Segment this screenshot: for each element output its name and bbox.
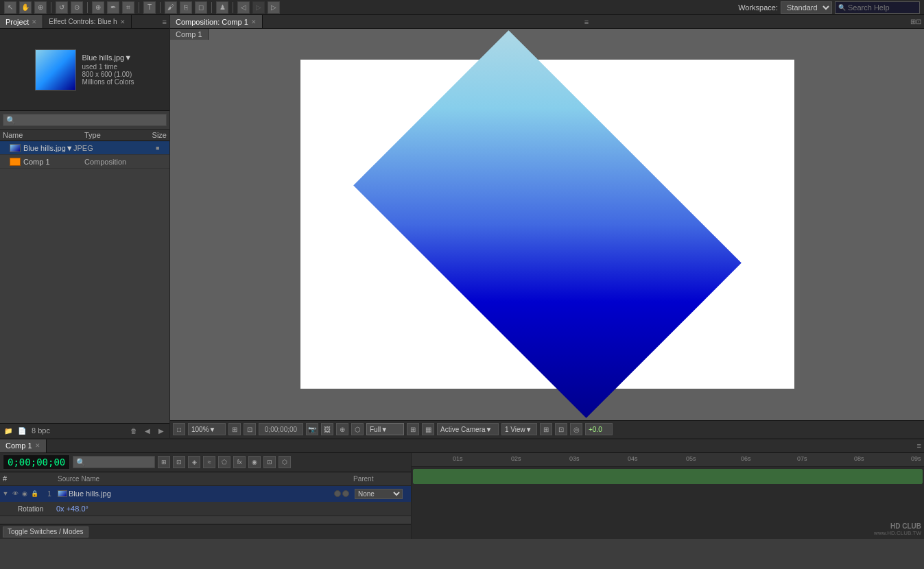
mask-feather-tool[interactable]: ⌗: [122, 1, 134, 14]
brush-tool[interactable]: 🖌: [165, 1, 177, 14]
list-item[interactable]: Comp 1 Composition: [0, 155, 169, 169]
comp-panel-menu-btn[interactable]: ≡: [582, 16, 591, 27]
project-tab-close[interactable]: ✕: [32, 19, 37, 25]
tl-btn-graph[interactable]: ≈: [203, 456, 215, 468]
layer-eye-btn[interactable]: 👁: [11, 489, 19, 498]
timeline-layer[interactable]: ▼ 👁 ◉ 🔒 1 Blue hills.jpg: [0, 486, 411, 503]
tab-timeline[interactable]: Comp 1 ✕: [0, 439, 47, 452]
comp-tab-close[interactable]: ✕: [251, 19, 257, 25]
search-help-box[interactable]: 🔍: [835, 1, 920, 14]
play-btn[interactable]: ▷: [252, 1, 265, 14]
layer-expand-btn[interactable]: ▼: [1, 489, 10, 498]
list-item[interactable]: Blue hills.jpg▼ JPEG ■: [0, 141, 169, 155]
parent-select[interactable]: None: [355, 489, 403, 499]
show-snapshot-btn[interactable]: 🖼: [321, 423, 333, 435]
prev-frame-icon[interactable]: ◀: [142, 425, 153, 436]
zoom-tool[interactable]: ⊕: [34, 1, 47, 14]
col-parent: Parent: [353, 475, 408, 483]
region-of-interest-btn[interactable]: ⊞: [407, 423, 419, 435]
layer-lock-btn[interactable]: 🔒: [30, 489, 38, 498]
resolution-control[interactable]: Full▼: [366, 423, 404, 435]
tl-btn-motion[interactable]: ◈: [188, 456, 200, 468]
timeline-right-area: 01s 02s 03s 04s 05s 06s 07s 08s 09s HD C…: [412, 453, 924, 539]
tab-project[interactable]: Project ✕: [0, 15, 43, 28]
rotation-tool[interactable]: ↺: [56, 1, 68, 14]
clone-tool[interactable]: ⎘: [180, 1, 192, 14]
cam-orbit-tool[interactable]: ⊙: [71, 1, 83, 14]
zoom-control[interactable]: 100%▼: [188, 423, 226, 435]
3d-btn[interactable]: ⊞: [540, 423, 552, 435]
comp-name-tab[interactable]: Comp 1: [170, 29, 209, 40]
rotation-value[interactable]: 0x +48.0°: [56, 505, 88, 513]
layer-bar[interactable]: [413, 469, 923, 484]
tab-composition[interactable]: Composition: Comp 1 ✕: [170, 15, 263, 28]
color-correct-btn[interactable]: ⬡: [351, 423, 364, 435]
tab-effect-controls[interactable]: Effect Controls: Blue h ✕: [43, 15, 131, 28]
hand-tool[interactable]: ✋: [19, 1, 32, 14]
new-folder-icon[interactable]: 📁: [3, 425, 14, 436]
bpc-display[interactable]: 8 bpc: [32, 426, 50, 435]
switch-1[interactable]: [334, 490, 341, 497]
tl-btn-solo[interactable]: ◉: [248, 456, 261, 468]
project-tab-bar: Project ✕ Effect Controls: Blue h ✕ ≡: [0, 15, 169, 29]
next-btn[interactable]: ▷: [268, 1, 280, 14]
switch-2[interactable]: [342, 490, 349, 497]
timeline-bottom-bar: Toggle Switches / Modes: [0, 524, 411, 539]
time-code-btn[interactable]: 0;00;00;00: [259, 423, 303, 435]
watermark-line1: HD CLUB: [874, 522, 921, 530]
search-help-input[interactable]: [848, 3, 916, 12]
puppet-tool[interactable]: ♟: [216, 1, 228, 14]
item-type: Composition: [84, 158, 139, 166]
toggle-switches-modes-btn[interactable]: Toggle Switches / Modes: [3, 526, 88, 537]
new-item-icon[interactable]: 📄: [16, 425, 27, 436]
search-icon: 🔍: [838, 4, 846, 11]
transparency-btn[interactable]: ▦: [422, 423, 434, 435]
mask-path-btn[interactable]: ⊡: [244, 423, 256, 435]
tl-btn-flow[interactable]: ⬡: [279, 456, 291, 468]
item-name: Comp 1: [23, 158, 84, 166]
time-display[interactable]: 0;00;00;00: [3, 455, 70, 470]
left-panel: Project ✕ Effect Controls: Blue h ✕ ≡ Bl…: [0, 15, 170, 438]
snap-btn[interactable]: ⊞: [228, 423, 241, 435]
effect-controls-tab-close[interactable]: ✕: [120, 19, 126, 25]
tl-btn-1[interactable]: ⊞: [158, 456, 170, 468]
tools-area: ↖ ✋ ⊕ ↺ ⊙ ⊕ ✒ ⌗ T 🖌 ⎘ ◻ ♟ ◁ ▷ ▷: [4, 1, 280, 14]
col-header-type[interactable]: Type: [84, 131, 139, 139]
composition-flow-btn[interactable]: ⊡: [555, 423, 567, 435]
reset-exposure-btn[interactable]: ◎: [570, 423, 582, 435]
tl-btn-3d[interactable]: ⊡: [263, 456, 276, 468]
layer-name: Blue hills.jpg: [69, 489, 334, 498]
col-header-name[interactable]: Name: [3, 131, 84, 139]
tl-btn-2[interactable]: ⊡: [173, 456, 185, 468]
show-channel-btn[interactable]: ⊕: [336, 423, 348, 435]
project-search-input[interactable]: [3, 114, 167, 126]
arrow-tool[interactable]: ↖: [4, 1, 16, 14]
comp-icon: [10, 158, 21, 166]
timeline-column-headers: # Source Name Parent: [0, 472, 411, 486]
next-frame-icon[interactable]: ▶: [156, 425, 167, 436]
tl-btn-expressions[interactable]: fx: [233, 456, 246, 468]
delete-icon[interactable]: 🗑: [128, 425, 139, 436]
pen-tool[interactable]: ✒: [107, 1, 119, 14]
camera-control[interactable]: Active Camera▼: [437, 423, 499, 435]
exposure-control[interactable]: +0.0: [585, 423, 613, 435]
layer-switches: [334, 490, 355, 497]
comp-region-btn[interactable]: □: [173, 423, 185, 435]
timeline-panel-menu-btn[interactable]: ≡: [914, 440, 924, 451]
col-header-size[interactable]: Size: [139, 131, 167, 139]
panel-menu-btn[interactable]: ≡: [160, 16, 169, 27]
view-control[interactable]: 1 View▼: [501, 423, 537, 435]
prev-btn[interactable]: ◁: [237, 1, 250, 14]
eraser-tool[interactable]: ◻: [195, 1, 207, 14]
text-tool[interactable]: T: [143, 1, 156, 14]
layer-solo-btn[interactable]: ◉: [21, 489, 29, 498]
snapshot-btn[interactable]: 📷: [306, 423, 318, 435]
timeline-search-input[interactable]: [73, 456, 155, 468]
timeline-tab-close[interactable]: ✕: [35, 442, 40, 449]
toolbar-sep-2: [87, 2, 88, 13]
rotated-image-layer: [353, 30, 742, 418]
anchor-tool[interactable]: ⊕: [92, 1, 104, 14]
layer-number: 1: [43, 490, 56, 498]
workspace-dropdown[interactable]: Standard: [781, 1, 832, 14]
tl-btn-mask[interactable]: ⬠: [218, 456, 230, 468]
